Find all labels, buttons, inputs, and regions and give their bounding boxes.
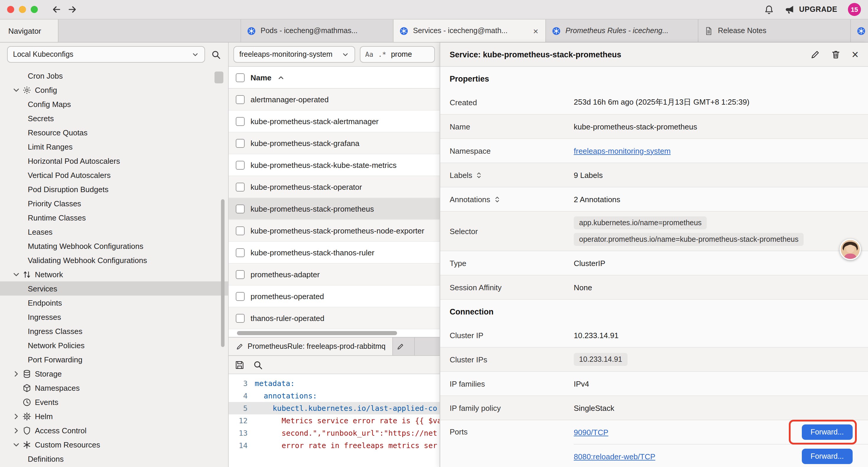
- sidebar-item-ingresses[interactable]: Ingresses: [0, 310, 228, 324]
- kubeconfig-dropdown[interactable]: Local Kubeconfigs: [7, 46, 205, 63]
- back-icon[interactable]: [52, 5, 61, 14]
- sidebar-item-custom-resources[interactable]: Custom Resources: [0, 437, 228, 451]
- match-case-toggle[interactable]: Aa: [365, 50, 373, 59]
- forward-button[interactable]: Forward...: [802, 425, 852, 440]
- sidebar-item-cron-jobs[interactable]: Cron Jobs: [0, 68, 228, 83]
- table-row-kube-prometheus-stack-thanos-ruler[interactable]: kube-prometheus-stack-thanos-ruler: [229, 242, 440, 264]
- sidebar-item-services[interactable]: Services: [0, 282, 228, 296]
- row-checkbox[interactable]: [236, 182, 245, 191]
- row-checkbox[interactable]: [236, 160, 245, 169]
- h-scrollbar-thumb[interactable]: [237, 331, 397, 335]
- sidebar-item-resource-quotas[interactable]: Resource Quotas: [0, 125, 228, 140]
- sidebar-item-endpoints[interactable]: Endpoints: [0, 296, 228, 310]
- yaml-editor[interactable]: 3metadata:4annotations:5kubectl.kubernet…: [229, 374, 440, 467]
- tab-services-icecheng-math[interactable]: Services - icecheng@math...×: [394, 20, 546, 42]
- sidebar-item-storage[interactable]: Storage: [0, 367, 228, 381]
- sidebar-item-secrets[interactable]: Secrets: [0, 111, 228, 125]
- unfold-icon[interactable]: [475, 171, 483, 179]
- notification-count-badge[interactable]: 15: [848, 3, 861, 16]
- bell-icon[interactable]: [764, 4, 774, 14]
- edit-icon[interactable]: [810, 49, 820, 59]
- sidebar-item-namespaces[interactable]: Namespaces: [0, 381, 228, 395]
- sidebar-item-access-control[interactable]: Access Control: [0, 423, 228, 437]
- sidebar-item-network-policies[interactable]: Network Policies: [0, 338, 228, 352]
- table-row-kube-prometheus-stack-alertmanager[interactable]: kube-prometheus-stack-alertmanager: [229, 111, 440, 133]
- tab-release-notes[interactable]: Release Notes: [699, 20, 851, 42]
- sidebar-scrollbar-thumb[interactable]: [221, 199, 224, 347]
- row-checkbox[interactable]: [236, 292, 245, 300]
- panel-resize-handle[interactable]: [215, 71, 223, 83]
- port-link[interactable]: 9090/TCP: [574, 428, 608, 437]
- row-checkbox[interactable]: [236, 139, 245, 147]
- chevron-right-icon[interactable]: [12, 426, 21, 435]
- sidebar-item-leases[interactable]: Leases: [0, 225, 228, 239]
- sidebar-item-pod-disruption-budgets[interactable]: Pod Disruption Budgets: [0, 182, 228, 196]
- table-row-prometheus-operated[interactable]: prometheus-operated: [229, 286, 440, 308]
- search-icon[interactable]: [211, 49, 221, 59]
- tab-navigator[interactable]: Navigator: [0, 20, 59, 42]
- sidebar-item-ingress-classes[interactable]: Ingress Classes: [0, 324, 228, 338]
- sidebar-item-validating-webhook-configurations[interactable]: Validating Webhook Configurations: [0, 253, 228, 267]
- select-all-checkbox[interactable]: [236, 73, 245, 82]
- sidebar-item-config[interactable]: Config: [0, 83, 228, 97]
- sidebar-item-port-forwarding[interactable]: Port Forwarding: [0, 352, 228, 367]
- row-checkbox[interactable]: [236, 117, 245, 126]
- row-checkbox[interactable]: [236, 270, 245, 279]
- trash-icon[interactable]: [831, 49, 841, 59]
- sidebar-item-config-maps[interactable]: Config Maps: [0, 97, 228, 111]
- tab-prometheus-rules-icecheng[interactable]: Prometheus Rules - icecheng...: [546, 20, 699, 42]
- close-tab-icon[interactable]: ×: [532, 26, 539, 36]
- chevron-right-icon[interactable]: [12, 369, 21, 378]
- avatar[interactable]: [840, 239, 861, 260]
- sidebar-item-limit-ranges[interactable]: Limit Ranges: [0, 140, 228, 154]
- table-row-kube-prometheus-stack-grafana[interactable]: kube-prometheus-stack-grafana: [229, 133, 440, 154]
- chevron-down-icon[interactable]: [12, 85, 21, 94]
- tab-argo-s[interactable]: Argo S: [851, 20, 868, 42]
- row-checkbox[interactable]: [236, 226, 245, 235]
- sidebar-item-events[interactable]: Events: [0, 395, 228, 409]
- filter-input[interactable]: Aa .* prome: [360, 46, 435, 63]
- table-row-prometheus-adapter[interactable]: prometheus-adapter: [229, 264, 440, 286]
- editor-search-icon[interactable]: [253, 360, 263, 370]
- editor-tab-prometheusrule[interactable]: PrometheusRule: freeleaps-prod-rabbitmq: [229, 338, 393, 355]
- sidebar-item-priority-classes[interactable]: Priority Classes: [0, 196, 228, 210]
- table-row-kube-prometheus-stack-prometheus[interactable]: kube-prometheus-stack-prometheus: [229, 198, 440, 220]
- sort-asc-icon[interactable]: [277, 74, 285, 81]
- table-row-thanos-ruler-operated[interactable]: thanos-ruler-operated: [229, 308, 440, 329]
- minimize-window-button[interactable]: [19, 6, 26, 13]
- port-link[interactable]: 8080:reloader-web/TCP: [574, 452, 655, 461]
- row-checkbox[interactable]: [236, 204, 245, 213]
- sidebar-item-network[interactable]: Network: [0, 267, 228, 282]
- chevron-down-icon[interactable]: [12, 270, 21, 279]
- close-window-button[interactable]: [7, 6, 14, 13]
- editor-tab-partial[interactable]: [393, 338, 415, 355]
- table-row-kube-prometheus-stack-operator[interactable]: kube-prometheus-stack-operator: [229, 176, 440, 198]
- unfold-icon[interactable]: [493, 195, 501, 203]
- sidebar-item-horizontal-pod-autoscalers[interactable]: Horizontal Pod Autoscalers: [0, 154, 228, 168]
- save-icon[interactable]: [235, 360, 245, 370]
- close-icon[interactable]: ×: [852, 50, 859, 59]
- chevron-down-icon[interactable]: [12, 440, 21, 449]
- table-row-kube-prometheus-stack-prometheus-node-exporter[interactable]: kube-prometheus-stack-prometheus-node-ex…: [229, 220, 440, 242]
- namespace-dropdown[interactable]: freeleaps-monitoring-system: [234, 46, 355, 63]
- tab-pods-icecheng-mathmas[interactable]: Pods - icecheng@mathmas...: [241, 20, 394, 42]
- chevron-right-icon[interactable]: [12, 412, 21, 420]
- row-checkbox[interactable]: [236, 95, 245, 104]
- upgrade-button[interactable]: UPGRADE: [785, 4, 837, 14]
- row-checkbox[interactable]: [236, 248, 245, 257]
- sidebar-item-mutating-webhook-configurations[interactable]: Mutating Webhook Configurations: [0, 239, 228, 253]
- table-row-kube-prometheus-stack-kube-state-metrics[interactable]: kube-prometheus-stack-kube-state-metrics: [229, 154, 440, 176]
- zoom-window-button[interactable]: [31, 6, 38, 13]
- detail-link[interactable]: freeleaps-monitoring-system: [574, 146, 671, 155]
- sidebar-item-helm[interactable]: Helm: [0, 409, 228, 423]
- table-row-alertmanager-operated[interactable]: alertmanager-operated: [229, 89, 440, 111]
- sidebar-item-definitions[interactable]: Definitions: [0, 451, 228, 466]
- regex-toggle[interactable]: .*: [378, 50, 386, 59]
- forward-icon[interactable]: [67, 5, 77, 14]
- sidebar-item-runtime-classes[interactable]: Runtime Classes: [0, 210, 228, 225]
- table-header[interactable]: Name: [229, 67, 440, 89]
- kubernetes-icon: [857, 26, 866, 35]
- sidebar-item-vertical-pod-autoscalers[interactable]: Vertical Pod Autoscalers: [0, 168, 228, 182]
- row-checkbox[interactable]: [236, 314, 245, 322]
- forward-button[interactable]: Forward...: [802, 449, 852, 464]
